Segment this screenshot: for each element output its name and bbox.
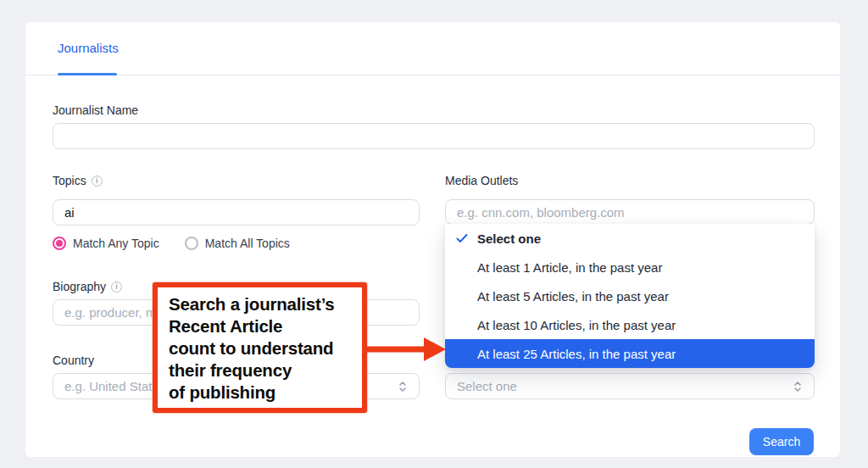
recent-articles-select[interactable]: Select one: [445, 373, 815, 399]
dropdown-option-select-one[interactable]: Select one: [445, 224, 815, 253]
annotation-arrow-icon: [363, 333, 449, 365]
radio-match-all-label: Match All Topics: [205, 237, 290, 250]
info-icon[interactable]: i: [111, 281, 122, 292]
annotation-text: Search a journalist’s Recent Article cou…: [158, 287, 362, 404]
media-outlets-input[interactable]: [445, 199, 815, 225]
active-tab-underline: [58, 73, 117, 75]
tab-journalists[interactable]: Journalists: [58, 41, 119, 55]
biography-label: Biography i: [53, 280, 122, 293]
recent-articles-select-placeholder: Select one: [457, 379, 517, 393]
dropdown-option-10-articles[interactable]: At least 10 Articles, in the past year: [445, 310, 815, 339]
dropdown-option-25-articles[interactable]: At least 25 Articles, in the past year: [445, 339, 815, 368]
journalist-name-label: Journalist Name: [53, 103, 138, 117]
media-outlets-label: Media Outlets: [445, 174, 518, 187]
radio-unselected-icon: [185, 237, 198, 250]
topics-input[interactable]: [53, 199, 420, 226]
radio-match-any-topic[interactable]: Match Any Topic: [53, 237, 159, 250]
chevron-updown-icon: [793, 380, 803, 393]
checkmark-icon: [455, 231, 469, 245]
recent-articles-dropdown-list: Select one At least 1 Article, in the pa…: [445, 224, 815, 368]
annotation-callout-box: Search a journalist’s Recent Article cou…: [153, 282, 367, 413]
journalist-name-input[interactable]: [53, 123, 815, 149]
radio-match-any-label: Match Any Topic: [73, 237, 159, 250]
radio-selected-icon: [53, 237, 66, 250]
country-label: Country: [53, 354, 94, 367]
dropdown-option-1-article[interactable]: At least 1 Article, in the past year: [445, 253, 815, 281]
info-icon[interactable]: i: [92, 176, 103, 187]
tab-bar: Journalists: [25, 22, 840, 75]
search-button[interactable]: Search: [749, 428, 814, 455]
country-select-placeholder: e.g. United States: [64, 379, 165, 393]
page-background: Journalists Journalist Name Topics i Med…: [0, 0, 868, 468]
topics-label: Topics i: [53, 174, 103, 187]
topic-match-radio-group: Match Any Topic Match All Topics: [53, 237, 290, 250]
radio-match-all-topics[interactable]: Match All Topics: [185, 237, 290, 250]
chevron-updown-icon: [398, 380, 408, 393]
dropdown-option-5-articles[interactable]: At least 5 Articles, in the past year: [445, 281, 815, 310]
